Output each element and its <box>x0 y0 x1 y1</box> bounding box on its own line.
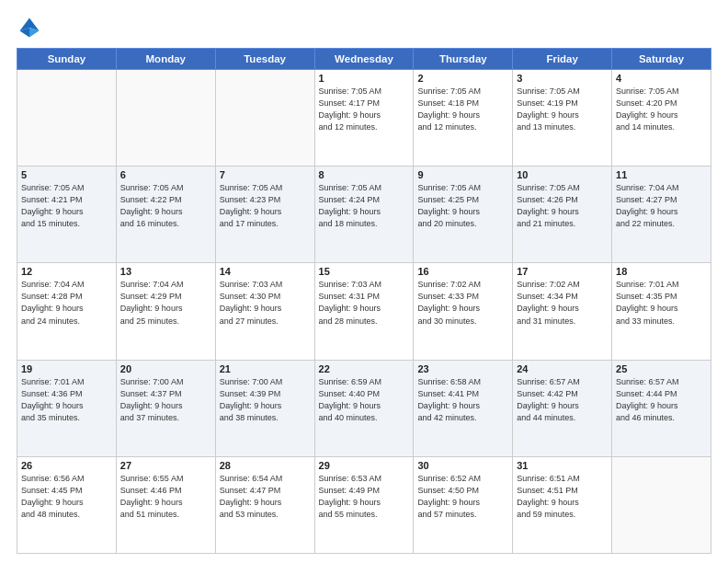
day-info: Sunrise: 6:56 AM Sunset: 4:45 PM Dayligh… <box>21 473 112 521</box>
calendar-day-5: 5Sunrise: 7:05 AM Sunset: 4:21 PM Daylig… <box>17 167 117 263</box>
calendar-day-16: 16Sunrise: 7:02 AM Sunset: 4:33 PM Dayli… <box>414 263 513 360</box>
day-number: 1 <box>319 73 410 84</box>
calendar-header-row: SundayMondayTuesdayWednesdayThursdayFrid… <box>17 49 711 70</box>
day-info: Sunrise: 7:05 AM Sunset: 4:18 PM Dayligh… <box>417 86 508 133</box>
calendar-week-row: 19Sunrise: 7:01 AM Sunset: 4:36 PM Dayli… <box>17 360 711 456</box>
day-number: 22 <box>319 363 410 374</box>
day-info: Sunrise: 7:05 AM Sunset: 4:17 PM Dayligh… <box>319 86 410 133</box>
calendar-day-empty <box>116 70 215 167</box>
calendar-day-8: 8Sunrise: 7:05 AM Sunset: 4:24 PM Daylig… <box>314 167 414 263</box>
day-info: Sunrise: 6:53 AM Sunset: 4:49 PM Dayligh… <box>319 473 410 521</box>
day-number: 19 <box>21 363 112 374</box>
calendar-day-11: 11Sunrise: 7:04 AM Sunset: 4:27 PM Dayli… <box>612 167 711 263</box>
day-number: 10 <box>517 169 608 180</box>
calendar-day-24: 24Sunrise: 6:57 AM Sunset: 4:42 PM Dayli… <box>513 360 612 456</box>
calendar-day-28: 28Sunrise: 6:54 AM Sunset: 4:47 PM Dayli… <box>215 456 314 553</box>
calendar-day-17: 17Sunrise: 7:02 AM Sunset: 4:34 PM Dayli… <box>513 263 612 360</box>
calendar-day-26: 26Sunrise: 6:56 AM Sunset: 4:45 PM Dayli… <box>17 456 117 553</box>
calendar-day-29: 29Sunrise: 6:53 AM Sunset: 4:49 PM Dayli… <box>314 456 414 553</box>
day-info: Sunrise: 7:02 AM Sunset: 4:34 PM Dayligh… <box>517 279 608 327</box>
day-info: Sunrise: 7:05 AM Sunset: 4:26 PM Dayligh… <box>517 182 608 230</box>
calendar-day-12: 12Sunrise: 7:04 AM Sunset: 4:28 PM Dayli… <box>17 263 117 360</box>
day-info: Sunrise: 7:02 AM Sunset: 4:33 PM Dayligh… <box>417 279 508 327</box>
day-info: Sunrise: 6:57 AM Sunset: 4:44 PM Dayligh… <box>616 376 707 424</box>
calendar-day-2: 2Sunrise: 7:05 AM Sunset: 4:18 PM Daylig… <box>414 70 513 167</box>
calendar-day-19: 19Sunrise: 7:01 AM Sunset: 4:36 PM Dayli… <box>17 360 117 456</box>
calendar-header-tuesday: Tuesday <box>215 49 314 70</box>
calendar-week-row: 1Sunrise: 7:05 AM Sunset: 4:17 PM Daylig… <box>17 70 711 167</box>
day-number: 11 <box>616 169 707 180</box>
day-info: Sunrise: 7:05 AM Sunset: 4:20 PM Dayligh… <box>616 86 707 133</box>
logo-icon <box>17 15 42 40</box>
day-info: Sunrise: 7:01 AM Sunset: 4:35 PM Dayligh… <box>616 279 707 327</box>
day-number: 30 <box>417 460 508 471</box>
calendar-day-7: 7Sunrise: 7:05 AM Sunset: 4:23 PM Daylig… <box>215 167 314 263</box>
day-info: Sunrise: 7:05 AM Sunset: 4:23 PM Dayligh… <box>220 182 311 230</box>
calendar-day-9: 9Sunrise: 7:05 AM Sunset: 4:25 PM Daylig… <box>414 167 513 263</box>
calendar-day-20: 20Sunrise: 7:00 AM Sunset: 4:37 PM Dayli… <box>116 360 215 456</box>
day-number: 27 <box>120 460 211 471</box>
day-info: Sunrise: 6:59 AM Sunset: 4:40 PM Dayligh… <box>319 376 410 424</box>
day-number: 6 <box>120 169 211 180</box>
day-number: 9 <box>417 169 508 180</box>
day-info: Sunrise: 6:52 AM Sunset: 4:50 PM Dayligh… <box>417 473 508 521</box>
day-number: 3 <box>517 73 608 84</box>
calendar-day-25: 25Sunrise: 6:57 AM Sunset: 4:44 PM Dayli… <box>612 360 711 456</box>
day-info: Sunrise: 7:04 AM Sunset: 4:29 PM Dayligh… <box>120 279 211 327</box>
day-number: 12 <box>21 266 112 277</box>
calendar-day-22: 22Sunrise: 6:59 AM Sunset: 4:40 PM Dayli… <box>314 360 414 456</box>
day-number: 13 <box>120 266 211 277</box>
calendar-day-14: 14Sunrise: 7:03 AM Sunset: 4:30 PM Dayli… <box>215 263 314 360</box>
day-info: Sunrise: 7:00 AM Sunset: 4:37 PM Dayligh… <box>120 376 211 424</box>
calendar-day-18: 18Sunrise: 7:01 AM Sunset: 4:35 PM Dayli… <box>612 263 711 360</box>
header <box>17 15 711 40</box>
day-info: Sunrise: 7:03 AM Sunset: 4:30 PM Dayligh… <box>220 279 311 327</box>
day-number: 8 <box>319 169 410 180</box>
calendar-day-31: 31Sunrise: 6:51 AM Sunset: 4:51 PM Dayli… <box>513 456 612 553</box>
day-info: Sunrise: 7:05 AM Sunset: 4:21 PM Dayligh… <box>21 182 112 230</box>
day-number: 15 <box>319 266 410 277</box>
day-number: 31 <box>517 460 608 471</box>
day-info: Sunrise: 6:51 AM Sunset: 4:51 PM Dayligh… <box>517 473 608 521</box>
calendar-header-saturday: Saturday <box>612 49 711 70</box>
calendar-day-27: 27Sunrise: 6:55 AM Sunset: 4:46 PM Dayli… <box>116 456 215 553</box>
calendar-header-sunday: Sunday <box>17 49 117 70</box>
day-info: Sunrise: 7:04 AM Sunset: 4:28 PM Dayligh… <box>21 279 112 327</box>
day-info: Sunrise: 7:05 AM Sunset: 4:19 PM Dayligh… <box>517 86 608 133</box>
day-info: Sunrise: 7:05 AM Sunset: 4:24 PM Dayligh… <box>319 182 410 230</box>
day-number: 4 <box>616 73 707 84</box>
day-info: Sunrise: 7:03 AM Sunset: 4:31 PM Dayligh… <box>319 279 410 327</box>
day-number: 18 <box>616 266 707 277</box>
calendar-day-empty <box>612 456 711 553</box>
day-number: 25 <box>616 363 707 374</box>
day-info: Sunrise: 6:55 AM Sunset: 4:46 PM Dayligh… <box>120 473 211 521</box>
day-info: Sunrise: 7:05 AM Sunset: 4:25 PM Dayligh… <box>417 182 508 230</box>
calendar-day-15: 15Sunrise: 7:03 AM Sunset: 4:31 PM Dayli… <box>314 263 414 360</box>
day-info: Sunrise: 7:00 AM Sunset: 4:39 PM Dayligh… <box>220 376 311 424</box>
day-info: Sunrise: 6:58 AM Sunset: 4:41 PM Dayligh… <box>417 376 508 424</box>
logo <box>17 15 46 40</box>
calendar-day-empty <box>17 70 117 167</box>
day-number: 5 <box>21 169 112 180</box>
day-number: 20 <box>120 363 211 374</box>
calendar-day-1: 1Sunrise: 7:05 AM Sunset: 4:17 PM Daylig… <box>314 70 414 167</box>
calendar-week-row: 5Sunrise: 7:05 AM Sunset: 4:21 PM Daylig… <box>17 167 711 263</box>
day-number: 14 <box>220 266 311 277</box>
calendar-day-3: 3Sunrise: 7:05 AM Sunset: 4:19 PM Daylig… <box>513 70 612 167</box>
day-number: 24 <box>517 363 608 374</box>
calendar-header-wednesday: Wednesday <box>314 49 414 70</box>
day-info: Sunrise: 6:54 AM Sunset: 4:47 PM Dayligh… <box>220 473 311 521</box>
day-number: 16 <box>417 266 508 277</box>
day-number: 7 <box>220 169 311 180</box>
day-number: 28 <box>220 460 311 471</box>
calendar-week-row: 26Sunrise: 6:56 AM Sunset: 4:45 PM Dayli… <box>17 456 711 553</box>
day-number: 26 <box>21 460 112 471</box>
day-number: 17 <box>517 266 608 277</box>
day-info: Sunrise: 7:04 AM Sunset: 4:27 PM Dayligh… <box>616 182 707 230</box>
calendar-header-thursday: Thursday <box>414 49 513 70</box>
calendar-day-23: 23Sunrise: 6:58 AM Sunset: 4:41 PM Dayli… <box>414 360 513 456</box>
day-number: 21 <box>220 363 311 374</box>
calendar-week-row: 12Sunrise: 7:04 AM Sunset: 4:28 PM Dayli… <box>17 263 711 360</box>
day-info: Sunrise: 7:01 AM Sunset: 4:36 PM Dayligh… <box>21 376 112 424</box>
day-number: 29 <box>319 460 410 471</box>
